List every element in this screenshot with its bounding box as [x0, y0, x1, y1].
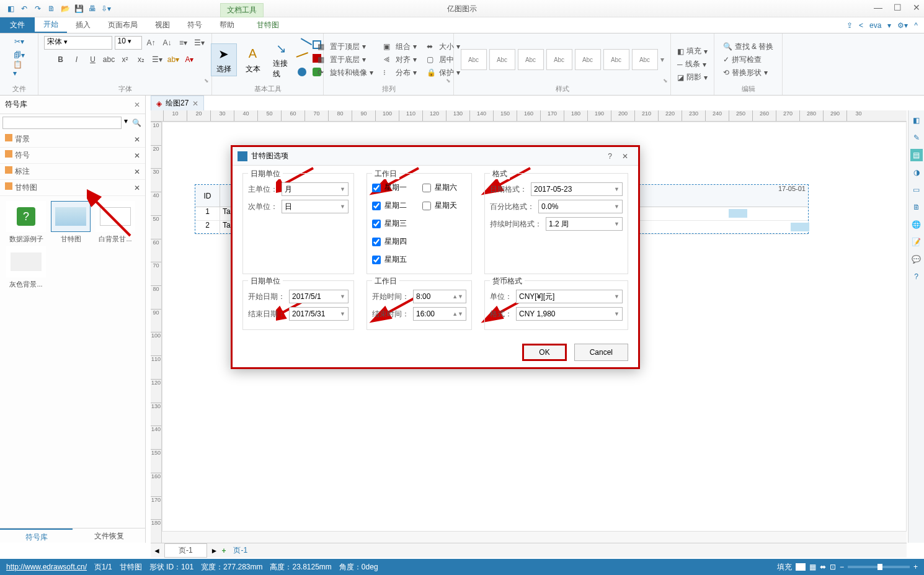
note-icon[interactable]: 📝 [910, 236, 923, 248]
line-icon[interactable] [295, 38, 311, 54]
font-family-select[interactable]: 宋体 ▾ [44, 36, 112, 50]
minimize-button[interactable]: — [874, 2, 882, 12]
share-icon[interactable]: ⇪ [846, 21, 853, 30]
spell-check[interactable]: ✓拼写检查 [723, 55, 762, 65]
end-time-select[interactable]: 16:00▲▼ [413, 307, 466, 321]
line-button[interactable]: ─线条▾ [677, 59, 706, 69]
currency-unit-select[interactable]: CNY[¥][元]▼ [516, 290, 623, 303]
superscript-button[interactable]: x² [118, 53, 132, 66]
thumb-item[interactable]: ?数据源例子 [5, 201, 47, 244]
expand-icon[interactable]: ⬊ [204, 78, 209, 84]
style-card[interactable]: Abc [518, 49, 544, 70]
category-item[interactable]: 标注✕ [0, 164, 145, 180]
duration-format-select[interactable]: 1.2 周▼ [546, 217, 623, 231]
undo-icon[interactable]: ↶ [19, 3, 30, 14]
chk-tue[interactable] [372, 202, 381, 210]
color-palette-strip[interactable] [180, 549, 837, 558]
thumb-item[interactable]: 灰色背景... [5, 246, 47, 289]
zoom-in-button[interactable]: + [913, 563, 918, 571]
dialog-titlebar[interactable]: 甘特图选项 ? ✕ [233, 147, 638, 166]
style-gallery[interactable]: Abc Abc Abc Abc Abc Abc Abc ▾ [461, 49, 664, 70]
thumb-item[interactable]: 白背景甘... [94, 201, 136, 244]
close-window-button[interactable]: ✕ [913, 2, 920, 12]
export-icon[interactable]: ⇩▾ [100, 3, 112, 14]
bring-front[interactable]: ▦置于顶层▾ [318, 42, 373, 52]
connector-tool[interactable]: ↘连接线 [269, 38, 294, 81]
decrease-font-icon[interactable]: A↓ [161, 37, 174, 49]
find-replace[interactable]: 🔍查找 & 替换 [723, 42, 774, 52]
currency-format-select[interactable]: CNY 1,980▼ [516, 307, 623, 321]
start-time-select[interactable]: 8:00▲▼ [413, 290, 466, 303]
open-icon[interactable]: 📂 [60, 3, 71, 14]
tab-view[interactable]: 视图 [146, 17, 179, 33]
tab-insert[interactable]: 插入 [67, 17, 99, 33]
search-icon[interactable]: 🔍 [130, 117, 143, 129]
expand-icon[interactable]: ⬊ [446, 78, 451, 84]
style-card[interactable]: Abc [489, 49, 515, 70]
bold-button[interactable]: B [54, 53, 68, 66]
document-tab[interactable]: ◈ 绘图27 ✕ [151, 96, 204, 110]
user-name[interactable]: eva [869, 21, 881, 30]
font-color-icon[interactable]: A▾ [183, 53, 197, 66]
page-width-icon[interactable]: ⬌ [820, 563, 826, 571]
print-icon[interactable]: 🖶 [87, 3, 98, 14]
tab-context-gantt[interactable]: 甘特图 [248, 17, 288, 33]
btab-recovery[interactable]: 文件恢复 [73, 528, 145, 543]
tab-symbol[interactable]: 符号 [179, 17, 211, 33]
gantt-bar[interactable] [729, 209, 747, 218]
start-date-select[interactable]: 2017/5/1▼ [289, 290, 349, 303]
align-menu-icon[interactable]: ≡▾ [177, 37, 190, 49]
cut-icon[interactable]: ✂▾ [13, 36, 25, 47]
globe-icon[interactable]: 🌐 [910, 218, 923, 231]
expand-icon[interactable]: ⬊ [663, 78, 668, 84]
fill-button[interactable]: ◧填充▾ [677, 46, 708, 56]
collapse-ribbon-icon[interactable]: ^ [914, 21, 918, 30]
increase-font-icon[interactable]: A↑ [144, 37, 158, 49]
style-card[interactable]: Abc [546, 49, 572, 70]
outline-icon[interactable]: ▭ [910, 184, 923, 196]
gallery-more-icon[interactable]: ▾ [660, 55, 664, 64]
italic-button[interactable]: I [70, 53, 84, 66]
zoom-slider[interactable] [848, 566, 910, 568]
end-date-select[interactable]: 2017/5/31▼ [289, 307, 349, 321]
select-tool[interactable]: ➤选择 [211, 43, 237, 76]
user-dropdown-icon[interactable]: ▾ [887, 21, 891, 30]
chk-sat[interactable] [422, 184, 431, 192]
sub-unit-select[interactable]: 日▼ [282, 200, 349, 213]
percent-format-select[interactable]: 0.0%▼ [538, 200, 623, 213]
text-tool[interactable]: A文本 [241, 44, 265, 76]
category-item[interactable]: 符号✕ [0, 148, 145, 164]
new-icon[interactable]: 🗎 [46, 3, 57, 14]
strike-button[interactable]: abc [102, 53, 116, 66]
highlight-icon[interactable]: ab▾ [167, 53, 180, 66]
chk-thu[interactable] [372, 238, 381, 246]
category-item[interactable]: 背景✕ [0, 131, 145, 148]
subscript-button[interactable]: x₂ [135, 53, 148, 66]
chk-sun[interactable] [422, 202, 431, 210]
close-icon[interactable]: ✕ [134, 151, 140, 160]
ok-button[interactable]: OK [522, 344, 566, 361]
shadow-button[interactable]: ◪阴影▾ [677, 72, 708, 82]
close-icon[interactable]: ✕ [134, 167, 140, 176]
file-tab[interactable]: 文件 [0, 17, 35, 33]
cancel-button[interactable]: Cancel [574, 344, 628, 361]
distribute[interactable]: ⁝分布▾ [383, 68, 417, 78]
chk-wed[interactable] [372, 220, 381, 228]
send-back[interactable]: ▦置于底层▾ [318, 55, 373, 65]
close-icon[interactable]: ✕ [134, 184, 140, 192]
comment-icon[interactable]: 💬 [910, 253, 923, 265]
redo-icon[interactable]: ↷ [32, 3, 43, 14]
maximize-button[interactable]: ☐ [894, 2, 902, 12]
fit-icon[interactable]: ⊡ [830, 563, 836, 571]
theme-icon[interactable]: ◑ [910, 166, 923, 179]
search-dropdown-icon[interactable]: ▾ [124, 117, 128, 129]
align[interactable]: ⫷对齐▾ [383, 55, 417, 65]
circle-icon[interactable] [298, 68, 306, 76]
format-icon[interactable]: ◧ [910, 114, 923, 127]
status-url[interactable]: http://www.edrawsoft.cn/ [6, 563, 87, 571]
help-icon[interactable]: ? [910, 270, 923, 283]
tab-page-layout[interactable]: 页面布局 [99, 17, 146, 33]
page-icon[interactable]: 🗎 [910, 201, 923, 213]
replace-shape[interactable]: ⟲替换形状▾ [723, 68, 768, 78]
close-icon[interactable]: ✕ [134, 135, 140, 144]
